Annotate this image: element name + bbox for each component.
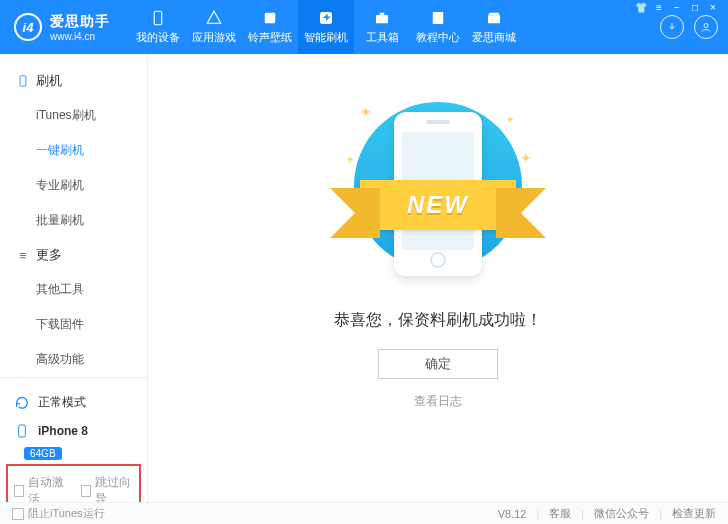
view-log-link[interactable]: 查看日志 <box>414 393 462 410</box>
minimize-icon[interactable]: − <box>670 0 684 14</box>
mode-label: 正常模式 <box>38 394 86 411</box>
device-name: iPhone 8 <box>38 424 88 438</box>
tools-icon <box>373 9 391 27</box>
store-icon <box>485 9 503 27</box>
sidebar-section-title: 更多 <box>36 246 62 264</box>
status-bar: 阻止iTunes运行 V8.12| 客服| 微信公众号| 检查更新 <box>0 502 728 524</box>
book-icon <box>429 9 447 27</box>
sidebar-item-batch-flash[interactable]: 批量刷机 <box>36 203 147 238</box>
storage-badge: 64GB <box>24 447 62 460</box>
svg-rect-7 <box>20 76 26 87</box>
svg-point-6 <box>704 24 708 28</box>
sidebar: 刷机 iTunes刷机 一键刷机 专业刷机 批量刷机 ≡ 更多 其他工具 下载固… <box>0 54 148 502</box>
ribbon-text: NEW <box>407 191 469 219</box>
header: i4 爱思助手 www.i4.cn 我的设备 应用游戏 铃声壁纸 智能刷机 工具… <box>0 0 728 54</box>
nav-store[interactable]: 爱思商城 <box>466 0 522 54</box>
nav-apps[interactable]: 应用游戏 <box>186 0 242 54</box>
sidebar-section-more[interactable]: ≡ 更多 <box>0 238 147 272</box>
nav-label: 我的设备 <box>136 30 180 45</box>
shirt-icon[interactable]: 👕 <box>634 0 648 14</box>
check-update-link[interactable]: 检查更新 <box>672 506 716 521</box>
phone-icon <box>16 74 30 88</box>
menu-icon[interactable]: ≡ <box>652 0 666 14</box>
nav-ringtones[interactable]: 铃声壁纸 <box>242 0 298 54</box>
svg-rect-3 <box>376 15 388 23</box>
nav-label: 工具箱 <box>366 30 399 45</box>
svg-rect-4 <box>380 13 385 15</box>
wechat-link[interactable]: 微信公众号 <box>594 506 649 521</box>
sidebar-section-flash[interactable]: 刷机 <box>0 64 147 98</box>
svg-rect-0 <box>154 11 162 25</box>
device-line[interactable]: iPhone 8 <box>0 417 147 445</box>
nav-tutorials[interactable]: 教程中心 <box>410 0 466 54</box>
support-link[interactable]: 客服 <box>549 506 571 521</box>
ok-button[interactable]: 确定 <box>378 349 498 379</box>
mode-line[interactable]: 正常模式 <box>0 388 147 417</box>
maximize-icon[interactable]: □ <box>688 0 702 14</box>
nav-flash[interactable]: 智能刷机 <box>298 0 354 54</box>
checkbox-label: 阻止iTunes运行 <box>28 506 105 521</box>
main-content: ✦✦✦✦ NEW 恭喜您，保资料刷机成功啦！ 确定 查看日志 <box>148 54 728 502</box>
sidebar-item-advanced[interactable]: 高级功能 <box>36 342 147 377</box>
list-icon: ≡ <box>16 248 30 263</box>
svg-rect-5 <box>433 12 444 24</box>
success-illustration: ✦✦✦✦ NEW <box>318 94 558 284</box>
device-small-icon <box>14 423 30 439</box>
nav-label: 智能刷机 <box>304 30 348 45</box>
svg-rect-8 <box>19 425 26 437</box>
brand-site: www.i4.cn <box>50 31 110 42</box>
sidebar-item-download-fw[interactable]: 下载固件 <box>36 307 147 342</box>
close-icon[interactable]: × <box>706 0 720 14</box>
success-message: 恭喜您，保资料刷机成功啦！ <box>334 310 542 331</box>
sidebar-item-itunes-flash[interactable]: iTunes刷机 <box>36 98 147 133</box>
svg-rect-1 <box>265 13 276 24</box>
music-icon <box>261 9 279 27</box>
nav-label: 爱思商城 <box>472 30 516 45</box>
device-icon <box>149 9 167 27</box>
flash-icon <box>317 9 335 27</box>
sidebar-section-title: 刷机 <box>36 72 62 90</box>
apps-icon <box>205 9 223 27</box>
nav-label: 教程中心 <box>416 30 460 45</box>
nav-label: 铃声壁纸 <box>248 30 292 45</box>
logo: i4 爱思助手 www.i4.cn <box>14 13 110 42</box>
user-button[interactable] <box>694 15 718 39</box>
nav-my-device[interactable]: 我的设备 <box>130 0 186 54</box>
brand-name: 爱思助手 <box>50 13 110 31</box>
sidebar-item-pro-flash[interactable]: 专业刷机 <box>36 168 147 203</box>
download-button[interactable] <box>660 15 684 39</box>
logo-badge: i4 <box>14 13 42 41</box>
top-nav: 我的设备 应用游戏 铃声壁纸 智能刷机 工具箱 教程中心 爱思商城 <box>130 0 522 54</box>
checkbox-block-itunes[interactable]: 阻止iTunes运行 <box>12 506 105 521</box>
nav-tools[interactable]: 工具箱 <box>354 0 410 54</box>
sidebar-item-onekey-flash[interactable]: 一键刷机 <box>36 133 147 168</box>
refresh-icon <box>14 395 30 411</box>
nav-label: 应用游戏 <box>192 30 236 45</box>
sidebar-item-other-tools[interactable]: 其他工具 <box>36 272 147 307</box>
version-label: V8.12 <box>498 508 527 520</box>
